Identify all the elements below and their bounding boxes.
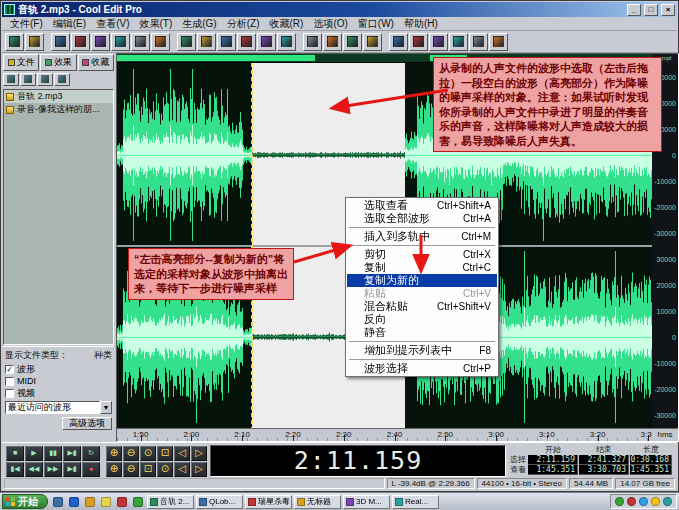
maximize-button[interactable]: □ (644, 4, 658, 16)
toolbar-button-cut[interactable] (111, 33, 130, 51)
transport-rewind-button[interactable]: ◀◀ (25, 462, 43, 477)
menu-file[interactable]: 文件(F) (5, 17, 48, 31)
messenger-icon[interactable] (639, 497, 648, 506)
sidebar-button-close-file[interactable] (20, 73, 36, 86)
toolbar-button-new-waveform[interactable] (5, 33, 24, 51)
sidebar-tab-effects[interactable]: 效果 (40, 54, 76, 71)
open-files-list[interactable]: 音轨 2.mp3录音-像我这样的朋... (3, 89, 114, 345)
toolbar-button-equalizer[interactable] (409, 33, 428, 51)
file-list-item[interactable]: 录音-像我这样的朋... (4, 103, 113, 116)
transport-pause-button[interactable]: ▮▮ (44, 446, 62, 461)
sidebar-button-insert-multitrack[interactable] (37, 73, 53, 86)
toolbar-button-zoom-in[interactable] (217, 33, 236, 51)
toolbar-button-copy[interactable] (131, 33, 150, 51)
quicklaunch-mail[interactable] (114, 495, 129, 508)
toolbar-button-spectral-view[interactable] (303, 33, 322, 51)
taskbar-task[interactable]: Real... (392, 495, 439, 509)
start-button[interactable]: 开始 (2, 494, 48, 509)
zoom-full-button[interactable]: ⊙ (140, 446, 156, 461)
minimize-button[interactable]: _ (627, 4, 641, 16)
toolbar-button-help[interactable] (489, 33, 508, 51)
context-menu-item[interactable]: 剪切Ctrl+X (347, 248, 497, 261)
transport-play-button[interactable]: ▶ (25, 446, 43, 461)
menu-effects[interactable]: 效果(T) (134, 17, 177, 31)
toolbar-button-zoom-selection[interactable] (257, 33, 276, 51)
time-ruler[interactable]: 1:502:002:102:202:302:402:503:003:103:20… (117, 428, 652, 441)
toolbar-button-multitrack-view[interactable] (343, 33, 362, 51)
context-menu-item[interactable]: 增加到提示列表中F8 (347, 344, 497, 357)
zoom-selection-button[interactable]: ⊡ (157, 446, 173, 461)
toolbar-button-scripts[interactable] (469, 33, 488, 51)
taskbar-task[interactable]: QLob... (196, 495, 243, 509)
sort-dropdown[interactable]: 最近访问的波形 ▼ (5, 401, 112, 414)
sidebar-tab-files[interactable]: 文件 (3, 54, 39, 71)
zoom-edge-left-button[interactable]: ◁ (174, 462, 190, 477)
scheduler-icon[interactable] (663, 497, 672, 506)
zoom-edge-right-button[interactable]: ▷ (191, 462, 207, 477)
sidebar-button-open-file[interactable] (3, 73, 19, 86)
checkbox-checked[interactable]: ✓ (5, 365, 14, 374)
menu-analyze[interactable]: 分析(Z) (222, 17, 265, 31)
menu-window[interactable]: 窗口(W) (353, 17, 399, 31)
quicklaunch-internet-explorer[interactable] (66, 495, 81, 508)
chevron-down-icon[interactable]: ▼ (100, 401, 112, 414)
checkbox-unchecked[interactable] (5, 377, 14, 386)
checkbox-unchecked[interactable] (5, 389, 14, 398)
zoom-out-button[interactable]: ⊖ (123, 446, 139, 461)
transport-go-to-end-button[interactable]: ▶▮ (63, 462, 81, 477)
menu-view[interactable]: 查看(V) (91, 17, 134, 31)
advanced-options-button[interactable]: 高级选项 (62, 417, 112, 430)
transport-play-to-end-button[interactable]: ▶▮ (63, 446, 81, 461)
toolbar-button-open-file[interactable] (25, 33, 44, 51)
zoom-left-button[interactable]: ◁ (174, 446, 190, 461)
transport-fast-forward-button[interactable]: ▶▶ (44, 462, 62, 477)
toolbar-button-save-file[interactable] (51, 33, 70, 51)
taskbar-task[interactable]: 音轨 2... (147, 495, 194, 509)
context-menu-item[interactable]: 复制Ctrl+C (347, 261, 497, 274)
antivirus-icon[interactable] (627, 497, 636, 506)
context-menu-item[interactable]: 选取全部波形Ctrl+A (347, 212, 497, 225)
zoom-right-button[interactable]: ▷ (191, 446, 207, 461)
taskbar-task[interactable]: 3D M... (343, 495, 390, 509)
context-menu-item[interactable]: 波形选择Ctrl+P (347, 362, 497, 375)
toolbar-button-trim[interactable] (177, 33, 196, 51)
quicklaunch-show-desktop[interactable] (50, 495, 65, 508)
transport-stop-button[interactable]: ■ (6, 446, 24, 461)
taskbar-task[interactable]: 瑞星杀毒 (245, 495, 292, 509)
quicklaunch-folder[interactable] (98, 495, 113, 508)
context-menu-item[interactable]: 复制为新的 (347, 274, 497, 287)
zoom-in-button[interactable]: ⊕ (106, 446, 122, 461)
close-button[interactable]: × (661, 4, 675, 16)
taskbar-task[interactable]: 无标题 (294, 495, 341, 509)
context-menu-item[interactable]: 选取查看Ctrl+Shift+A (347, 199, 497, 212)
sidebar-button-properties[interactable] (54, 73, 70, 86)
toolbar-button-zoom-out[interactable] (237, 33, 256, 51)
zoom-sel-in-button[interactable]: ⊡ (140, 462, 156, 477)
context-menu-item[interactable]: 插入到多轨中Ctrl+M (347, 230, 497, 243)
toolbar-button-effects-rack[interactable] (363, 33, 382, 51)
toolbar-button-settings[interactable] (449, 33, 468, 51)
toolbar-button-noise-reduction[interactable] (389, 33, 408, 51)
toolbar-button-amplitude[interactable] (429, 33, 448, 51)
context-menu-item[interactable]: 粘贴Ctrl+V (347, 287, 497, 300)
transport-loop-button[interactable]: ↻ (82, 446, 100, 461)
file-list-item[interactable]: 音轨 2.mp3 (4, 90, 113, 103)
menu-options[interactable]: 选项(O) (308, 17, 352, 31)
context-menu-item[interactable]: 反向 (347, 313, 497, 326)
quicklaunch-messenger[interactable] (130, 495, 145, 508)
volume-icon[interactable] (615, 497, 624, 506)
sidebar-tab-favorites[interactable]: 收藏 (78, 54, 114, 71)
zoom-in-vertical-button[interactable]: ⊕ (106, 462, 122, 477)
menu-edit[interactable]: 编辑(E) (48, 17, 91, 31)
network-icon[interactable] (651, 497, 660, 506)
toolbar-button-waveform-view[interactable] (323, 33, 342, 51)
zoom-sel-out-button[interactable]: ⊙ (157, 462, 173, 477)
toolbar-button-delete[interactable] (197, 33, 216, 51)
transport-record-button[interactable]: ● (82, 462, 100, 477)
toolbar-button-zoom-full[interactable] (277, 33, 296, 51)
context-menu-item[interactable]: 静音 (347, 326, 497, 339)
menu-help[interactable]: 帮助(H) (399, 17, 443, 31)
menu-generate[interactable]: 生成(G) (177, 17, 221, 31)
toolbar-button-paste[interactable] (151, 33, 170, 51)
quicklaunch-media-player[interactable] (82, 495, 97, 508)
